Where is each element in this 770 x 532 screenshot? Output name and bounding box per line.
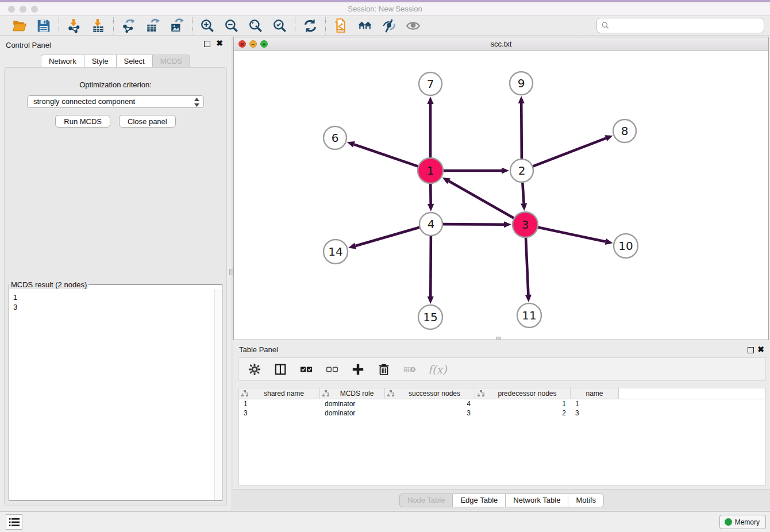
- add-row-icon[interactable]: [351, 362, 365, 377]
- cell-predecessor-nodes[interactable]: 1: [475, 399, 571, 408]
- mcds-result-line: 1: [13, 292, 214, 302]
- search-input[interactable]: [610, 20, 764, 32]
- select-all-icon[interactable]: [299, 362, 314, 377]
- cell-shared-name[interactable]: 3: [239, 408, 320, 418]
- search-box[interactable]: [596, 18, 764, 33]
- home-icon[interactable]: [357, 18, 372, 33]
- tab-network[interactable]: Network: [41, 55, 84, 68]
- table-row[interactable]: 3dominator323: [239, 408, 765, 418]
- column-type-icon: [322, 390, 329, 397]
- table-toolbar: f(x): [238, 357, 766, 381]
- control-panel-tabs: NetworkStyleSelectMCDS: [0, 55, 231, 68]
- node-table: shared nameMCDS rolesuccessor nodesprede…: [238, 388, 766, 485]
- zoom-fit-icon[interactable]: [248, 18, 263, 33]
- criterion-dropdown[interactable]: strongly connected component: [27, 95, 204, 108]
- zoom-selected-icon[interactable]: [272, 18, 287, 33]
- network-canvas[interactable]: 1234678910111415: [234, 51, 768, 340]
- cell-mcds-role[interactable]: dominator: [320, 408, 385, 418]
- cell-shared-name[interactable]: 1: [239, 399, 320, 408]
- export-table-icon[interactable]: [145, 18, 160, 33]
- network-window-titlebar[interactable]: ✕ − + scc.txt: [234, 37, 768, 51]
- zoom-in-icon[interactable]: [200, 18, 215, 33]
- edge-4-15[interactable]: [430, 235, 431, 296]
- edge-3-1[interactable]: [449, 181, 515, 218]
- dropdown-stepper-icon: [194, 98, 200, 107]
- column-header-mcds-role[interactable]: MCDS role: [320, 388, 385, 399]
- column-header-name[interactable]: name: [571, 388, 619, 399]
- close-panel-button[interactable]: Close panel: [119, 115, 176, 128]
- cell-predecessor-nodes[interactable]: 2: [475, 408, 571, 418]
- node-label-11: 11: [522, 309, 536, 322]
- tab-mcds[interactable]: MCDS: [152, 55, 190, 68]
- float-panel-icon[interactable]: [204, 41, 210, 47]
- function-builder-icon[interactable]: f(x): [428, 363, 447, 376]
- control-panel: Control Panel ✖ NetworkStyleSelectMCDS O…: [0, 36, 231, 511]
- table-settings-icon[interactable]: [247, 362, 262, 377]
- export-network-icon[interactable]: [121, 18, 136, 33]
- edge-2-9[interactable]: [521, 103, 522, 160]
- float-table-panel-icon[interactable]: [748, 347, 754, 353]
- arrowhead-1-7: [427, 97, 433, 104]
- tab-edge-table[interactable]: Edge Table: [452, 494, 505, 507]
- cell-successor-nodes[interactable]: 3: [385, 408, 475, 418]
- node-label-15: 15: [423, 310, 437, 324]
- open-session-icon[interactable]: [12, 18, 27, 33]
- close-panel-icon[interactable]: ✖: [216, 39, 223, 47]
- memory-button[interactable]: Memory: [719, 515, 766, 529]
- arrowhead-2-3: [521, 203, 527, 211]
- mcds-result-box: MCDS result (2 nodes) 13: [9, 280, 222, 501]
- arrowhead-2-9: [518, 96, 525, 103]
- task-history-button[interactable]: [6, 514, 22, 530]
- column-label: MCDS role: [329, 390, 384, 398]
- edge-4-14[interactable]: [356, 227, 421, 246]
- show-all-icon[interactable]: [406, 18, 421, 33]
- edge-3-10[interactable]: [537, 227, 606, 241]
- mcds-result-line: 3: [13, 302, 214, 312]
- arrowhead-1-2: [502, 167, 509, 174]
- column-type-icon: [478, 390, 484, 397]
- node-label-6: 6: [332, 131, 339, 145]
- cell-name[interactable]: 1: [571, 399, 619, 408]
- network-splitter-handle[interactable]: [496, 337, 501, 340]
- delete-rows-icon[interactable]: [376, 362, 391, 377]
- close-table-panel-icon[interactable]: ✖: [757, 345, 764, 353]
- edge-2-3[interactable]: [522, 182, 523, 203]
- column-header-successor-nodes[interactable]: successor nodes: [385, 388, 475, 399]
- table-body: 1dominator4113dominator323: [239, 399, 765, 418]
- apply-layout-icon[interactable]: [303, 18, 318, 33]
- cell-name[interactable]: 3: [571, 408, 619, 418]
- edge-1-6[interactable]: [354, 144, 419, 167]
- tab-node-table[interactable]: Node Table: [399, 494, 453, 507]
- table-tabs: Node TableEdge TableNetwork TableMotifs: [233, 494, 770, 507]
- arrowhead-3-10: [605, 238, 613, 245]
- show-columns-icon[interactable]: [273, 362, 288, 377]
- result-scrollbar[interactable]: [214, 289, 222, 500]
- tab-select[interactable]: Select: [116, 55, 152, 68]
- edge-4-3[interactable]: [442, 224, 504, 225]
- cell-successor-nodes[interactable]: 4: [385, 399, 475, 408]
- save-session-icon[interactable]: [36, 18, 51, 33]
- table-row[interactable]: 1dominator411: [239, 399, 765, 408]
- node-label-14: 14: [328, 245, 342, 259]
- column-header-predecessor-nodes[interactable]: predecessor nodes: [475, 388, 571, 399]
- run-mcds-button[interactable]: Run MCDS: [55, 115, 110, 128]
- edge-3-11[interactable]: [526, 237, 528, 295]
- tab-motifs[interactable]: Motifs: [568, 494, 604, 507]
- import-table-icon[interactable]: [91, 18, 106, 33]
- tab-network-table[interactable]: Network Table: [505, 494, 568, 507]
- hide-selected-icon[interactable]: [382, 18, 396, 33]
- network-view-window: ✕ − + scc.txt 1234678910111415: [233, 37, 769, 340]
- tab-style[interactable]: Style: [84, 55, 116, 68]
- new-network-from-selection-icon[interactable]: [333, 18, 348, 33]
- zoom-out-icon[interactable]: [224, 18, 239, 33]
- deselect-all-icon[interactable]: [325, 362, 340, 377]
- memory-label: Memory: [735, 518, 760, 526]
- import-network-icon[interactable]: [67, 18, 82, 33]
- export-image-icon[interactable]: [170, 18, 184, 33]
- network-graph[interactable]: 1234678910111415: [234, 51, 768, 340]
- edge-2-8[interactable]: [532, 138, 606, 167]
- column-header-shared-name[interactable]: shared name: [239, 388, 320, 399]
- cell-mcds-role[interactable]: dominator: [320, 399, 385, 408]
- delete-column-icon[interactable]: [402, 362, 417, 377]
- arrowhead-4-15: [428, 296, 434, 304]
